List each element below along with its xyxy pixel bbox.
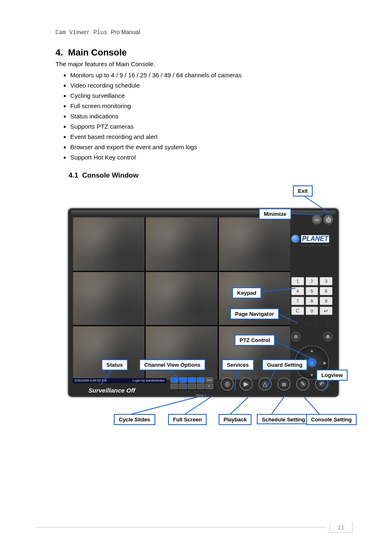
services-button[interactable]: ◎ [221, 377, 234, 391]
camera-tile[interactable] [145, 217, 217, 271]
ptz-home-icon[interactable]: ⌂ [307, 358, 316, 367]
keypad-key-clear[interactable]: C [291, 307, 304, 315]
exit-button[interactable]: ⏻ [323, 215, 333, 224]
full-screen-button[interactable]: ✕ [205, 384, 213, 389]
svg-line-10 [132, 396, 201, 414]
keypad-key[interactable]: 2 [306, 277, 318, 285]
callout-console-setting: Console Setting [306, 414, 357, 425]
list-item: Event based recording and alert [70, 133, 343, 140]
zoom-out-icon[interactable]: ⊖ [291, 332, 300, 341]
keypad-key[interactable]: 9 [320, 297, 332, 305]
keypad-key[interactable]: 7 [291, 297, 304, 305]
list-item: Browser and export the event and system … [70, 143, 343, 150]
ptz-right-icon[interactable]: ▶ [323, 360, 327, 365]
callout-status: Status [101, 359, 128, 370]
console-figure: Exit Minimize Keypad Page Navigator PTZ … [68, 185, 347, 440]
running-header-prefix: Cam Viewer Plus [55, 29, 111, 36]
keypad-key[interactable]: 5 [306, 287, 318, 295]
status-row: 3/30/2009 4:05:52 PM Login by administra… [73, 378, 166, 383]
title-bar[interactable] [71, 210, 336, 215]
keypad-key[interactable]: 1 [291, 277, 304, 285]
guard-setting-button[interactable]: △ [258, 377, 272, 391]
keypad-key[interactable]: 4 [291, 287, 304, 295]
callout-page-navigator: Page Navigator [230, 308, 279, 319]
schedule-setting-button[interactable]: ≣ [277, 377, 291, 391]
channel-view-button[interactable] [171, 384, 178, 389]
subsection-heading: 4.1 Console Window [69, 171, 343, 180]
nav-first-icon[interactable]: |◀ [291, 321, 299, 326]
list-item: Monitors up to 4 / 9 / 16 / 25 / 36 / 49… [70, 72, 343, 79]
channel-view-options: 5x5 ✕ [171, 377, 213, 389]
console-setting-button[interactable]: ✎ [296, 377, 309, 391]
callout-logview: Logview [316, 370, 348, 381]
list-item: Video recording schedule [70, 82, 343, 89]
channel-view-5x5[interactable]: 5x5 [205, 377, 213, 383]
ptz-down-icon[interactable]: ▼ [310, 372, 314, 377]
keypad-key-enter[interactable]: ↵ [320, 307, 332, 315]
list-item: Support Hot Key control [70, 154, 343, 161]
callout-keypad: Keypad [232, 287, 261, 298]
list-item: Status indications [70, 113, 343, 120]
section-number: 4. [55, 47, 63, 58]
nav-last-icon[interactable]: ▶| [325, 321, 332, 326]
cycle-slides-button[interactable] [197, 384, 205, 389]
channel-view-button[interactable] [188, 377, 196, 383]
nav-prev-icon[interactable]: ◀ [302, 321, 310, 326]
nav-next-icon[interactable]: ▶ [314, 321, 321, 326]
callout-full-screen: Full Screen [168, 414, 207, 425]
callout-playback: Playback [219, 414, 251, 425]
services-row: ◎ ▶ △ ≣ ✎ ↶ [221, 377, 328, 391]
keypad-key[interactable]: 8 [306, 297, 318, 305]
camera-tile[interactable] [219, 326, 291, 380]
subsection-title: Console Window [82, 171, 138, 179]
camera-tile[interactable] [73, 326, 145, 380]
globe-icon [291, 235, 300, 243]
svg-line-13 [272, 396, 285, 414]
status-time: 3/30/2009 4:05:52 PM [74, 379, 107, 383]
callout-channel-view: Channel View Options [139, 359, 205, 370]
channel-view-button[interactable] [179, 384, 187, 389]
channel-view-button[interactable] [188, 384, 196, 389]
channel-view-button[interactable] [179, 377, 187, 383]
camera-tile[interactable] [73, 217, 145, 271]
camera-tile[interactable] [219, 217, 291, 271]
channel-view-button[interactable] [171, 377, 178, 383]
camera-tile[interactable] [145, 272, 217, 326]
surveillance-label: Surveillance Off [88, 387, 135, 394]
zoom-row: ⊖ ⊕ [291, 332, 332, 341]
page-navigator: |◀ ◀ ▶ ▶| [291, 321, 332, 328]
playback-button[interactable]: ▶ [240, 377, 253, 391]
callout-cycle-slides: Cycle Slides [114, 414, 155, 425]
svg-line-14 [303, 396, 319, 414]
channel-view-button[interactable] [197, 377, 205, 383]
minimize-button[interactable]: — [312, 215, 322, 224]
brand-logo: PLANET [291, 234, 332, 244]
intro-text: The major features of Main Console. [55, 60, 343, 67]
page-indicator: Page 1 [196, 394, 206, 397]
callout-schedule-setting: Schedule Setting [257, 414, 310, 424]
feature-list: Monitors up to 4 / 9 / 16 / 25 / 36 / 49… [55, 72, 343, 161]
list-item: Full screen monitoring [70, 102, 343, 109]
callout-ptz-control: PTZ Control [235, 335, 275, 346]
subsection-number: 4.1 [69, 171, 78, 179]
list-item: Cycling surveillance [70, 92, 343, 99]
status-message: Login by administrator [132, 379, 165, 383]
running-header-suffix: Pro Manual [111, 29, 140, 35]
svg-line-12 [231, 396, 249, 414]
callout-minimize: Minimize [259, 208, 291, 220]
page-footer: 11 [36, 522, 356, 534]
section-heading: 4. Main Console [55, 47, 343, 58]
keypad-key[interactable]: 0 [306, 307, 318, 315]
ptz-up-icon[interactable]: ▲ [310, 348, 314, 353]
zoom-in-icon[interactable]: ⊕ [323, 332, 332, 341]
callout-exit: Exit [293, 185, 313, 197]
callout-services: Services [222, 359, 254, 370]
page-number: 11 [330, 522, 353, 533]
camera-tile[interactable] [73, 272, 145, 326]
keypad-key[interactable]: 3 [320, 277, 332, 285]
keypad-key[interactable]: 6 [320, 287, 332, 295]
camera-tile[interactable] [145, 326, 217, 380]
list-item: Supports PTZ cameras [70, 123, 343, 130]
section-title: Main Console [68, 47, 127, 58]
callout-guard-setting: Guard Setting [262, 359, 307, 370]
